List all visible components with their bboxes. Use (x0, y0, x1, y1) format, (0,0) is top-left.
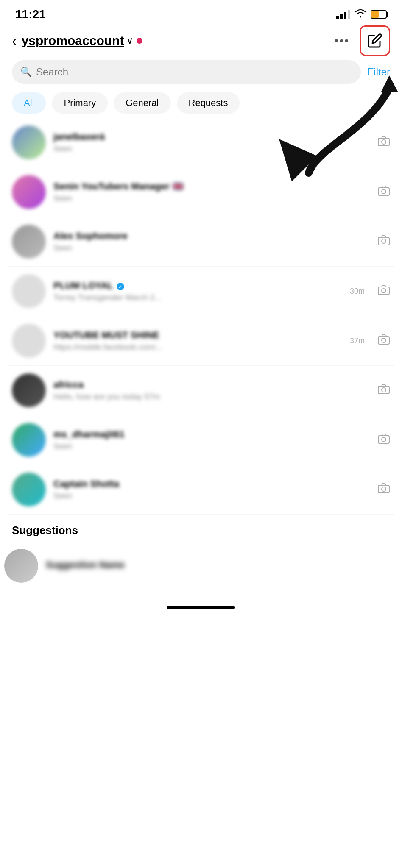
camera-icon[interactable] (377, 136, 390, 150)
message-content: PLUM LOYAL ✓ Torrey Transgender March 2.… (53, 280, 342, 302)
message-item[interactable]: Alex Sophomore Seen (8, 217, 394, 267)
search-input-wrapper[interactable]: 🔍 (12, 60, 361, 84)
message-item[interactable]: PLUM LOYAL ✓ Torrey Transgender March 2.… (8, 267, 394, 316)
home-bar (167, 606, 235, 609)
message-name: Senin YouTubers Manager 🇬🇧 (53, 181, 370, 192)
svg-rect-5 (378, 237, 389, 245)
suggestions-header: Suggestions (0, 515, 402, 541)
svg-rect-9 (378, 337, 389, 344)
svg-rect-7 (378, 287, 389, 295)
svg-rect-13 (378, 436, 389, 443)
message-name: Suggestion Name (46, 559, 398, 570)
message-name: africca (53, 379, 370, 390)
svg-point-6 (382, 239, 386, 243)
avatar (12, 473, 46, 506)
chevron-down-icon[interactable]: ∨ (126, 35, 133, 46)
status-bar: 11:21 (0, 0, 402, 25)
tab-all[interactable]: All (12, 92, 46, 114)
svg-point-10 (382, 338, 386, 342)
avatar (12, 373, 46, 407)
camera-icon[interactable] (377, 185, 390, 199)
avatar (12, 274, 46, 308)
message-preview: Seen (53, 491, 287, 501)
battery-icon (371, 10, 387, 19)
message-preview: Seen (53, 243, 287, 253)
avatar (12, 125, 46, 159)
compose-button[interactable] (360, 25, 390, 56)
account-name[interactable]: yspromoaccount (22, 33, 124, 48)
camera-icon[interactable] (377, 384, 390, 398)
filter-button[interactable]: Filter (368, 66, 390, 78)
svg-rect-1 (378, 138, 389, 146)
svg-rect-15 (378, 485, 389, 493)
message-name: PLUM LOYAL (53, 280, 113, 291)
avatar (4, 549, 38, 583)
more-options-button[interactable]: ••• (335, 34, 349, 47)
message-item[interactable]: Senin YouTubers Manager 🇬🇧 Seen (8, 167, 394, 217)
message-content: ms_dharmajit61 Seen (53, 429, 370, 451)
svg-point-14 (382, 437, 386, 442)
message-content: africca Hello, how are you today 57m (53, 379, 370, 401)
online-indicator (137, 38, 142, 44)
wifi-icon (355, 8, 366, 20)
search-input[interactable] (36, 66, 352, 78)
message-preview: Hello, how are you today 57m (53, 392, 287, 401)
status-icons (336, 8, 387, 20)
message-name-row: PLUM LOYAL ✓ (53, 280, 342, 293)
filter-tabs: All Primary General Requests (0, 88, 402, 118)
svg-point-8 (382, 289, 386, 293)
svg-rect-3 (378, 188, 389, 195)
status-time: 11:21 (15, 8, 46, 21)
message-item[interactable]: africca Hello, how are you today 57m (8, 366, 394, 415)
message-content: janelbaxerá Seen (53, 131, 370, 153)
svg-point-16 (382, 487, 386, 491)
message-preview: Torrey Transgender March 2... (53, 293, 287, 302)
svg-rect-11 (378, 386, 389, 394)
signal-icon (336, 10, 350, 19)
header-right: ••• (335, 25, 390, 56)
svg-point-12 (382, 388, 386, 392)
message-content: Alex Sophomore Seen (53, 231, 370, 253)
message-preview: Seen (53, 442, 287, 451)
message-name: YOUTUBE MUST SHINE (53, 330, 342, 341)
message-content: YOUTUBE MUST SHINE https://mobile.facebo… (53, 330, 342, 352)
tab-general[interactable]: General (114, 92, 170, 114)
avatar (12, 423, 46, 457)
message-preview: https://mobile.facebook.com/... (53, 342, 287, 352)
avatar (12, 225, 46, 259)
message-item[interactable]: ms_dharmajit61 Seen (8, 415, 394, 465)
avatar (12, 324, 46, 358)
camera-icon[interactable] (377, 284, 390, 298)
back-button[interactable]: ‹ (12, 33, 17, 49)
message-name: ms_dharmajit61 (53, 429, 370, 440)
tab-requests[interactable]: Requests (177, 92, 240, 114)
message-item[interactable]: Captain Shotta Seen (8, 465, 394, 515)
camera-icon[interactable] (377, 483, 390, 497)
home-indicator (0, 600, 402, 613)
camera-icon[interactable] (377, 235, 390, 249)
message-preview: Seen (53, 144, 287, 153)
camera-icon[interactable] (377, 334, 390, 348)
message-content: Captain Shotta Seen (53, 479, 370, 501)
search-bar-container: 🔍 Filter (0, 56, 402, 88)
avatar (12, 175, 46, 209)
verified-badge: ✓ (117, 283, 124, 290)
message-name: janelbaxerá (53, 131, 370, 142)
message-time: 30m (350, 287, 365, 296)
search-icon: 🔍 (20, 67, 32, 78)
tab-primary[interactable]: Primary (52, 92, 108, 114)
message-item[interactable]: YOUTUBE MUST SHINE https://mobile.facebo… (8, 316, 394, 366)
message-time: 37m (350, 337, 365, 345)
svg-point-2 (382, 140, 386, 144)
header: ‹ yspromoaccount ∨ ••• (0, 25, 402, 56)
camera-icon[interactable] (377, 433, 390, 447)
svg-point-4 (382, 189, 386, 194)
message-list: janelbaxerá Seen Senin YouTubers Manager… (0, 118, 402, 515)
message-content: Senin YouTubers Manager 🇬🇧 Seen (53, 181, 370, 203)
message-item[interactable]: Suggestion Name (0, 541, 402, 600)
compose-icon (367, 33, 382, 48)
message-item[interactable]: janelbaxerá Seen (8, 118, 394, 167)
message-preview: Seen (53, 194, 287, 203)
message-content: Suggestion Name (46, 559, 398, 572)
message-name: Alex Sophomore (53, 231, 370, 242)
